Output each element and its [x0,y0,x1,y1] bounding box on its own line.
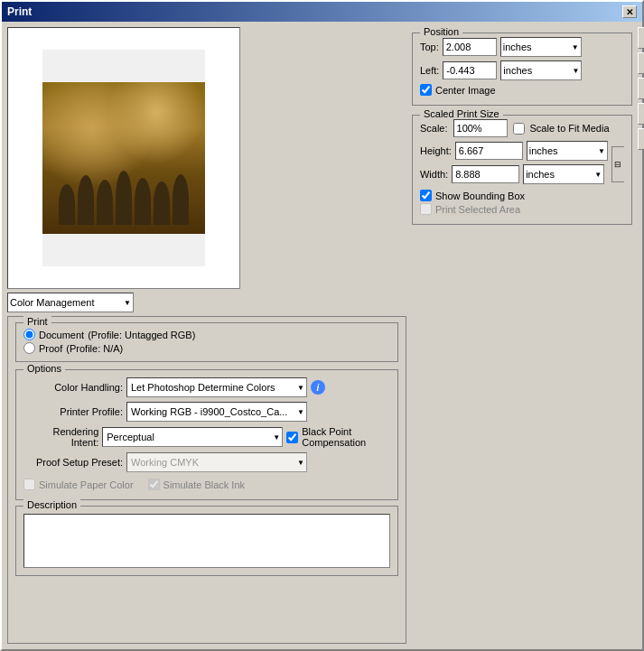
left-unit-wrapper: inches [500,60,582,80]
rendering-intent-label: Rendering Intent: [23,426,98,448]
print-selected-checkbox[interactable] [420,203,432,215]
left-input[interactable] [443,61,497,79]
color-management-dropdown-wrapper: Color Management [7,293,134,312]
simulate-ink-label: Simulate Black Ink [163,479,245,490]
top-input[interactable] [443,38,497,56]
print-dialog: Print ✕ [0,0,644,651]
hw-lock-area: Height: inches Width: [420,141,624,188]
scale-row: Scale: Scale to Fit Media [420,119,624,137]
proof-profile: (Profile: N/A) [66,343,123,354]
page-setup-button[interactable]: Page Setup... [638,103,644,125]
simulate-ink-row: Simulate Black Ink [148,479,245,490]
simulate-paper-label: Simulate Paper Color [39,479,134,490]
document-label: Document [39,330,84,340]
color-handling-dropdown[interactable]: Let Photoshop Determine Colors [126,377,307,397]
right-panel: Position Top: inches Left: [412,27,644,644]
top-unit-dropdown[interactable]: inches [500,37,582,57]
document-radio[interactable] [23,329,35,340]
scale-input[interactable] [453,119,508,137]
info-icon[interactable]: i [311,380,325,395]
color-management-dropdown[interactable]: Color Management [7,293,134,312]
rendering-intent-dropdown-wrapper: Perceptual [102,427,283,447]
bounding-box-label: Show Bounding Box [435,191,525,201]
proof-radio-row: Proof (Profile: N/A) [23,342,390,354]
position-label: Position [420,26,462,37]
document-profile: (Profile: Untagged RGB) [88,330,195,340]
fewer-options-button[interactable]: Fewer Options [638,128,644,150]
simulate-ink-checkbox[interactable] [148,479,160,490]
center-image-checkbox[interactable] [420,84,432,96]
print-subsection: Print Document (Profile: Untagged RGB) P… [15,322,398,362]
description-content [23,514,390,568]
print-button[interactable]: Print... [638,27,644,49]
proof-setup-row: Proof Setup Preset: Working CMYK [23,452,390,472]
buttons-area: Print... Cancel Done Page Setup... Fewer… [638,27,644,225]
person-1 [59,184,75,225]
printer-profile-dropdown-wrapper: Working RGB - i9900_Costco_Ca... [126,402,307,422]
title-bar: Print ✕ [2,2,642,22]
printer-profile-dropdown[interactable]: Working RGB - i9900_Costco_Ca... [126,402,307,422]
people-silhouette [47,134,201,225]
done-button[interactable]: Done [638,78,644,99]
simulate-row: Simulate Paper Color Simulate Black Ink [23,477,390,492]
width-unit-dropdown[interactable]: inches [523,164,604,184]
person-3 [97,180,113,225]
width-label: Width: [420,169,448,180]
person-2 [78,175,94,225]
center-image-label: Center Image [435,85,496,96]
hw-fields: Height: inches Width: [420,141,608,188]
proof-label: Proof [39,343,62,354]
height-unit-dropdown[interactable]: inches [527,141,608,161]
width-row: Width: inches [420,164,608,184]
print-subsection-label: Print [23,316,51,327]
proof-setup-dropdown[interactable]: Working CMYK [126,452,307,472]
scale-to-fit-label: Scale to Fit Media [530,123,610,134]
options-group: Options Color Handling: Let Photoshop De… [15,369,398,500]
preview-image [42,50,205,266]
width-unit-wrapper: inches [523,164,604,184]
left-row: Left: inches [420,60,624,80]
dialog-body: Color Management Print Document (Profile… [2,22,642,649]
scaled-label: Scaled Print Size [420,108,503,119]
width-input[interactable] [452,165,519,183]
preview-box [7,27,240,289]
color-management-panel: Print Document (Profile: Untagged RGB) P… [7,316,406,644]
rendering-intent-dropdown[interactable]: Perceptual [102,427,283,447]
color-handling-dropdown-wrapper: Let Photoshop Determine Colors [126,377,307,397]
document-radio-row: Document (Profile: Untagged RGB) [23,329,390,340]
cancel-button[interactable]: Cancel [638,52,644,74]
print-selected-label: Print Selected Area [435,204,520,215]
scale-label: Scale: [420,123,448,134]
person-5 [135,178,151,225]
height-row: Height: inches [420,141,608,161]
close-button[interactable]: ✕ [622,5,637,18]
left-unit-dropdown[interactable]: inches [500,60,582,80]
photo-area [42,82,205,234]
description-group: Description [15,506,398,576]
photo-content [42,82,205,234]
top-unit-wrapper: inches [500,37,582,57]
person-7 [173,174,189,225]
color-management-bar: Color Management [7,293,406,312]
scaled-print-size-group: Scaled Print Size Scale: Scale to Fit Me… [412,115,632,225]
options-label: Options [23,363,65,374]
description-label: Description [23,499,80,510]
bounding-box-checkbox[interactable] [420,190,432,201]
proof-radio[interactable] [23,342,35,354]
rendering-intent-row: Rendering Intent: Perceptual Black Point… [23,426,390,448]
scale-to-fit-checkbox[interactable] [513,123,525,135]
proof-setup-label: Proof Setup Preset: [23,457,123,468]
lock-icon: ⊟ [611,146,624,182]
black-point-label: Black Point Compensation [302,426,390,448]
printer-profile-row: Printer Profile: Working RGB - i9900_Cos… [23,402,390,422]
top-label: Top: [420,42,439,52]
black-point-checkbox[interactable] [286,432,298,443]
print-selected-row: Print Selected Area [420,203,624,215]
simulate-paper-row: Simulate Paper Color [23,479,134,490]
height-unit-wrapper: inches [527,141,608,161]
simulate-paper-checkbox[interactable] [23,479,35,490]
height-input[interactable] [455,142,523,160]
height-label: Height: [420,145,452,156]
left-label: Left: [420,65,439,76]
color-handling-row: Color Handling: Let Photoshop Determine … [23,377,390,397]
